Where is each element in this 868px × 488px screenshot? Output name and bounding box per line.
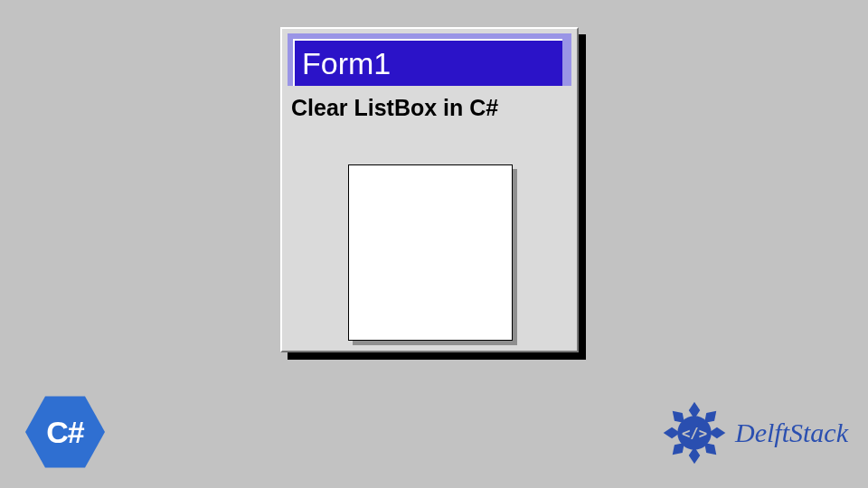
csharp-badge: C# [25, 392, 105, 472]
window-title: Form1 [302, 46, 391, 81]
csharp-hexagon-icon: C# [25, 392, 105, 472]
form-heading-label: Clear ListBox in C# [291, 95, 568, 121]
form-window: Form1 Clear ListBox in C# [280, 27, 579, 352]
titlebar-container: Form1 [288, 33, 571, 86]
delftstack-emblem-icon: </> [659, 398, 730, 468]
csharp-badge-text: C# [46, 415, 83, 450]
titlebar[interactable]: Form1 [293, 39, 562, 86]
delftstack-brand-text: DelftStack [735, 418, 848, 448]
delftstack-logo: </> DelftStack [659, 398, 848, 468]
svg-text:</>: </> [682, 426, 707, 442]
listbox[interactable] [348, 164, 513, 341]
